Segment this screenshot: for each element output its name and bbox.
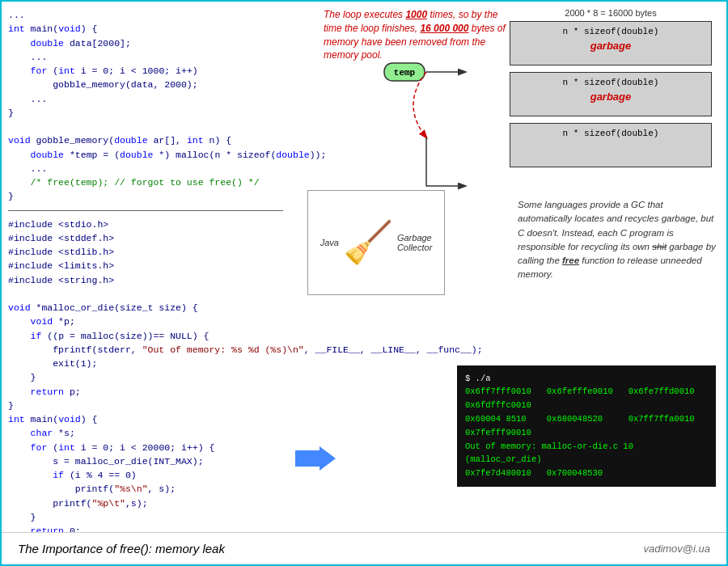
terminal-line-3: Out of memory: malloc-or-die.c 10 (mallo… xyxy=(465,440,708,467)
terminal-line-2: 0x60004 8510 0x680048520 0x7ff7ffa0010 0… xyxy=(465,412,708,440)
gc-image-area: Java 🧹 GarbageCollector xyxy=(307,190,445,295)
footer: The Importance of free(): memory leak va… xyxy=(2,532,726,564)
blue-arrow-svg xyxy=(295,446,336,471)
footer-author: vadimov@i.ua xyxy=(643,543,710,555)
code-block-1: ... int main(void) { double data[2000]; … xyxy=(8,8,307,204)
memory-box-0: n * sizeof(double) garbage i=0 xyxy=(510,21,712,65)
gc-image-inner: Java 🧹 GarbageCollector xyxy=(314,216,439,269)
memory-box-2: n * sizeof(double) xyxy=(510,123,712,167)
right-panel: The loop executes 1000 times, so by the … xyxy=(307,8,720,521)
footer-title: The Importance of free(): memory leak xyxy=(18,542,225,555)
svg-text:temp: temp xyxy=(394,68,416,78)
divider xyxy=(8,210,283,211)
memory-area: 2000 * 8 = 16000 bytes temp xyxy=(510,8,712,174)
terminal-box: $ ./a 0x6ff7fff0010 0x6fefffe0010 0x6fe7… xyxy=(457,365,716,487)
svg-marker-3 xyxy=(295,446,336,471)
gc-description: Some languages provide a GC that automat… xyxy=(518,198,716,282)
terminal-prompt: $ ./a xyxy=(465,372,708,386)
terminal-line-4: 0x7fe7d480010 0x700048530 xyxy=(465,467,708,480)
bytes-label: 2000 * 8 = 16000 bytes xyxy=(510,8,712,18)
memory-box-1: n * sizeof(double) garbage i=1 xyxy=(510,72,712,116)
left-code-panel: ... int main(void) { double data[2000]; … xyxy=(8,8,307,521)
mem-title-0: n * sizeof(double) xyxy=(518,27,703,36)
mem-garbage-1: garbage xyxy=(518,91,703,103)
gc-labels: GarbageCollector xyxy=(397,233,432,252)
blue-arrow-icon xyxy=(295,446,336,476)
mem-title-1: n * sizeof(double) xyxy=(518,78,703,87)
mem-title-2: n * sizeof(double) xyxy=(518,129,703,138)
gc-person-icon: 🧹 xyxy=(343,222,393,263)
terminal-line-1: 0x6ff7fff0010 0x6fefffe0010 0x6fe7ffd001… xyxy=(465,385,708,412)
mem-garbage-0: garbage xyxy=(518,40,703,52)
arrows-svg: temp xyxy=(384,24,522,202)
code-block-2: #include <stdio.h> #include <stddef.h> #… xyxy=(8,218,307,552)
java-label: Java xyxy=(320,238,339,247)
